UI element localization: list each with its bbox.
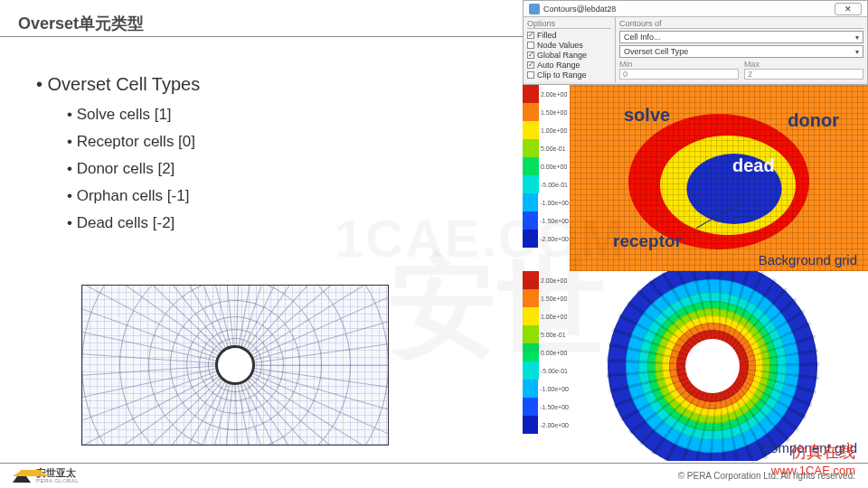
option-clip-to-range[interactable]: Clip to Range — [527, 70, 611, 80]
slide-title: Overset单元类型 — [18, 13, 144, 34]
annotation-receptor: receptor — [613, 231, 682, 251]
annotation-dead: dead — [732, 155, 775, 176]
annotation-donor: donor — [788, 110, 839, 131]
background-grid-caption: Background grid — [759, 252, 857, 267]
bullet-item: Orphan cells [-1] — [67, 187, 200, 205]
checkbox-icon — [527, 32, 534, 39]
min-label: Min — [619, 60, 739, 69]
legend-row: 2.00e+00 — [523, 85, 569, 103]
legend-row: -5.00e-01 — [523, 361, 569, 380]
pera-logo: 安世亚太 PERA GLOBAL — [13, 468, 79, 483]
options-header: Options — [527, 19, 611, 29]
background-grid-contour: 2.00e+001.50e+001.00e+005.00e-010.00e+00… — [523, 85, 868, 271]
legend-row: -1.00e+00 — [523, 380, 569, 398]
legend-row: -5.00e-01 — [523, 175, 569, 193]
chevron-down-icon: ▾ — [855, 33, 859, 42]
bullet-item: Receptor cells [0] — [67, 133, 200, 151]
option-node-values[interactable]: Node Values — [527, 41, 611, 50]
option-global-range[interactable]: Global Range — [527, 51, 611, 60]
bullet-block: Overset Cell Types Solve cells [1] Recep… — [36, 74, 200, 241]
annotation-solve: solve — [624, 105, 670, 126]
copyright: © PERA Corporation Ltd. All rights reser… — [678, 471, 855, 481]
dialog-icon — [529, 4, 540, 14]
legend-row: 1.50e+00 — [523, 103, 569, 121]
legend-row: 2.00e+00 — [523, 271, 569, 289]
legend-row: 5.00e-01 — [523, 325, 569, 343]
checkbox-icon — [527, 71, 534, 79]
bullet-item: Solve cells [1] — [67, 106, 200, 124]
legend-row: 0.00e+00 — [523, 343, 569, 361]
legend-row: -1.50e+00 — [523, 211, 569, 230]
chevron-down-icon: ▾ — [855, 48, 859, 56]
bullet-heading: Overset Cell Types — [36, 74, 200, 95]
pera-logo-en: PERA GLOBAL — [36, 478, 79, 483]
legend-row: -1.00e+00 — [523, 193, 569, 211]
close-icon[interactable]: ✕ — [835, 3, 862, 15]
checkbox-icon — [527, 61, 534, 69]
legend-row: -1.50e+00 — [523, 398, 569, 416]
legend-row: 1.00e+00 — [523, 307, 569, 325]
checkbox-icon — [527, 42, 534, 49]
bullet-item: Dead cells [-2] — [67, 214, 200, 232]
min-input[interactable]: 0 — [619, 69, 739, 80]
legend-row: -2.00e+00 — [523, 230, 569, 248]
max-label: Max — [744, 60, 863, 69]
option-auto-range[interactable]: Auto Range — [527, 61, 611, 70]
legend-row: 0.00e+00 — [523, 157, 569, 175]
legend-row: 1.50e+00 — [523, 289, 569, 307]
max-input[interactable]: 2 — [744, 69, 863, 80]
contours-field-select[interactable]: Overset Cell Type▾ — [619, 45, 863, 58]
legend-row: -2.00e+00 — [523, 416, 569, 434]
contours-dialog: Contours@lebdat28 ✕ Options FilledNode V… — [523, 0, 868, 85]
watermark-brand-cn: 仿真在线 — [790, 441, 855, 463]
pera-logo-icon — [13, 470, 31, 483]
bullet-item: Donor cells [2] — [67, 160, 200, 178]
footer-bar: 安世亚太 PERA GLOBAL © PERA Corporation Ltd.… — [0, 463, 868, 488]
contours-of-header: Contours of — [619, 19, 863, 29]
legend-row: 5.00e-01 — [523, 139, 569, 157]
component-grid-contour: 2.00e+001.50e+001.00e+005.00e-010.00e+00… — [523, 271, 868, 461]
color-legend: 2.00e+001.50e+001.00e+005.00e-010.00e+00… — [523, 85, 570, 271]
dialog-title: Contours@lebdat28 — [543, 5, 616, 14]
overset-mesh-diagram — [81, 285, 389, 446]
legend-row: 1.00e+00 — [523, 121, 569, 139]
color-legend: 2.00e+001.50e+001.00e+005.00e-010.00e+00… — [523, 271, 570, 461]
option-filled[interactable]: Filled — [527, 31, 611, 40]
checkbox-icon — [527, 52, 534, 59]
contours-category-select[interactable]: Cell Info...▾ — [619, 31, 863, 43]
